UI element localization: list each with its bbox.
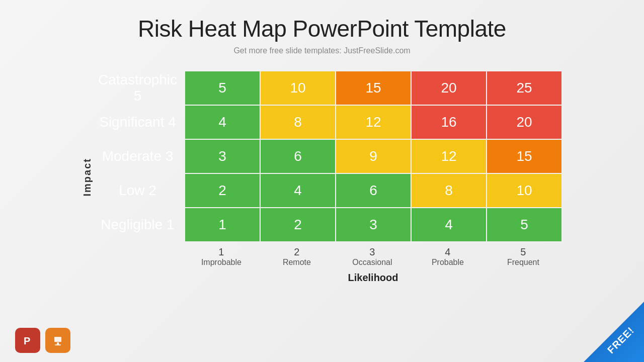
cell-r4-c1: 2 bbox=[260, 208, 336, 242]
cell-r0-c0: 5 bbox=[185, 71, 260, 105]
cell-r1-c0: 4 bbox=[185, 105, 260, 139]
svg-text:P: P bbox=[24, 335, 30, 346]
cell-r4-c3: 4 bbox=[411, 208, 487, 242]
cell-r4-c4: 5 bbox=[487, 208, 562, 242]
cell-r1-c4: 20 bbox=[487, 105, 562, 139]
col-label-0: 1Improbable bbox=[184, 242, 259, 267]
cell-r3-c4: 10 bbox=[487, 173, 562, 208]
svg-rect-4 bbox=[57, 342, 59, 344]
row-label-0: Catastrophic 5 bbox=[98, 71, 185, 105]
cell-r3-c3: 8 bbox=[411, 173, 487, 208]
keynote-icon bbox=[45, 328, 70, 353]
page-title: Risk Heat Map PowerPoint Template bbox=[138, 15, 506, 42]
cell-r2-c4: 15 bbox=[487, 139, 562, 173]
cell-r2-c0: 3 bbox=[185, 139, 260, 173]
table-row: Moderate 33691215 bbox=[98, 139, 562, 173]
cell-r0-c2: 15 bbox=[336, 71, 411, 105]
cell-r1-c3: 16 bbox=[411, 105, 487, 139]
cell-r4-c2: 3 bbox=[336, 208, 411, 242]
cell-r2-c1: 6 bbox=[260, 139, 336, 173]
svg-rect-3 bbox=[54, 337, 61, 342]
page: Risk Heat Map PowerPoint Template Get mo… bbox=[0, 0, 644, 362]
row-label-2: Moderate 3 bbox=[98, 139, 185, 173]
table-wrapper: Catastrophic 5510152025Significant 44812… bbox=[98, 70, 562, 284]
table-row: Significant 448121620 bbox=[98, 105, 562, 139]
cell-r1-c2: 12 bbox=[336, 105, 411, 139]
cell-r2-c2: 9 bbox=[336, 139, 411, 173]
cell-r1-c1: 8 bbox=[260, 105, 336, 139]
col-label-2: 3Occasional bbox=[335, 242, 410, 267]
free-badge: FREE! bbox=[584, 302, 644, 362]
row-label-3: Low 2 bbox=[98, 173, 185, 208]
cell-r0-c4: 25 bbox=[487, 71, 562, 105]
chart-area: Impact Catastrophic 5510152025Significan… bbox=[82, 70, 562, 284]
cell-r2-c3: 12 bbox=[411, 139, 487, 173]
cell-r4-c0: 1 bbox=[185, 208, 260, 242]
col-labels-row: 1Improbable2Remote3Occasional4Probable5F… bbox=[184, 242, 562, 267]
cell-r3-c1: 4 bbox=[260, 173, 336, 208]
table-row: Low 2246810 bbox=[98, 173, 562, 208]
cell-r0-c3: 20 bbox=[411, 71, 487, 105]
row-label-4: Negligible 1 bbox=[98, 208, 185, 242]
free-label: FREE! bbox=[605, 325, 636, 356]
likelihood-label: Likelihood bbox=[184, 272, 562, 284]
row-label-1: Significant 4 bbox=[98, 105, 185, 139]
powerpoint-icon: P bbox=[15, 328, 40, 353]
table-row: Catastrophic 5510152025 bbox=[98, 71, 562, 105]
cell-r0-c1: 10 bbox=[260, 71, 336, 105]
table-row: Negligible 112345 bbox=[98, 208, 562, 242]
col-label-1: 2Remote bbox=[259, 242, 335, 267]
cell-r3-c0: 2 bbox=[185, 173, 260, 208]
impact-label: Impact bbox=[82, 158, 93, 196]
col-label-3: 4Probable bbox=[410, 242, 486, 267]
col-label-4: 5Frequent bbox=[486, 242, 561, 267]
cell-r3-c2: 6 bbox=[336, 173, 411, 208]
risk-grid: Catastrophic 5510152025Significant 44812… bbox=[98, 70, 562, 242]
app-icons: P bbox=[15, 328, 70, 353]
svg-rect-5 bbox=[55, 344, 61, 345]
page-subtitle: Get more free slide templates: JustFreeS… bbox=[233, 46, 410, 55]
